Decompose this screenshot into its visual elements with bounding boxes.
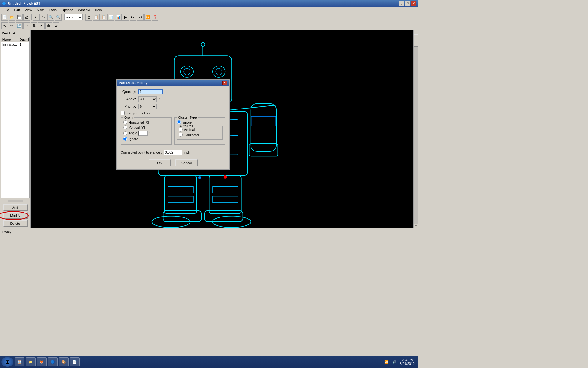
paste-button[interactable]: 📋 — [100, 14, 107, 21]
scroll-up-button[interactable]: ▲ — [414, 30, 418, 34]
rewind-button[interactable]: ⏮ — [137, 14, 144, 21]
grain-title: Grain — [123, 116, 134, 119]
menu-view[interactable]: View — [22, 7, 35, 12]
maximize-button[interactable]: □ — [405, 1, 410, 6]
window-title: Untitled - FlowNEST — [8, 2, 40, 5]
minimize-button[interactable]: _ — [399, 1, 404, 6]
cluster-title: Cluster Type — [177, 116, 198, 119]
cluster-ignore-radio[interactable] — [177, 120, 181, 124]
grain-vertical-label: Vertical [Y] — [129, 126, 145, 129]
part-qty: 1 — [18, 42, 30, 47]
save-button[interactable]: 💾 — [16, 14, 23, 21]
select-button[interactable]: ↖ — [1, 22, 8, 29]
dialog-titlebar: Part Data - Modify ✕ — [117, 80, 229, 86]
sections-row: Grain Horizontal [X] Vertical [Y] Angle — [121, 117, 225, 147]
menu-options[interactable]: Options — [59, 7, 76, 12]
part-list-scroll[interactable]: Name Quantity Instructa... 1 — [1, 37, 30, 198]
add-button[interactable]: Add — [3, 204, 28, 211]
unit-dropdown[interactable]: inch mm — [64, 14, 83, 20]
grain-horizontal-row: Horizontal [X] — [123, 120, 169, 124]
print-button[interactable]: 🖨 — [23, 14, 30, 21]
part-data-dialog: Part Data - Modify ✕ Quantity: Angle: 30… — [116, 79, 230, 170]
right-scrollbar[interactable]: ▲ ▼ — [413, 30, 418, 228]
tolerance-label: Connected point tolerance : — [121, 151, 162, 154]
titlebar: 🔷 Untitled - FlowNEST _ □ ✕ — [0, 0, 418, 7]
quantity-input[interactable] — [138, 89, 163, 94]
statusbar: Ready — [0, 228, 418, 236]
draw-button[interactable]: ✏ — [9, 22, 15, 29]
zoom-in-button[interactable]: 🔍 — [47, 14, 54, 21]
mirror-button[interactable]: ⇅ — [31, 22, 37, 29]
auto-pair-title: Auto Pair — [179, 124, 194, 128]
help-icon-button[interactable]: ❓ — [152, 14, 158, 21]
menu-nest[interactable]: Nest — [34, 7, 46, 12]
cut-button[interactable]: ✂ — [38, 22, 45, 29]
angle-select[interactable]: 30 45 90 — [138, 96, 157, 102]
quantity-label: Quantity: — [121, 90, 136, 94]
undo-button[interactable]: ↩ — [33, 14, 40, 21]
menu-window[interactable]: Window — [76, 7, 92, 12]
separator1 — [31, 14, 32, 20]
svg-point-28 — [201, 43, 205, 47]
tolerance-input[interactable] — [164, 150, 182, 155]
use-filler-checkbox[interactable] — [121, 111, 125, 115]
svg-point-30 — [198, 176, 201, 179]
bar2-button[interactable]: 📊 — [115, 14, 122, 21]
ok-button[interactable]: OK — [149, 159, 171, 166]
menu-file[interactable]: File — [1, 7, 12, 12]
svg-rect-19 — [209, 175, 241, 214]
canvas-area[interactable]: Part Data - Modify ✕ Quantity: Angle: 30… — [31, 30, 413, 228]
open-button[interactable]: 📂 — [9, 14, 15, 21]
grain-angle-input[interactable] — [138, 131, 148, 136]
forward-button[interactable]: ⏭ — [130, 14, 136, 21]
modify-button[interactable]: Modify — [3, 212, 28, 219]
bar1-button[interactable]: 📊 — [107, 14, 114, 21]
scroll-down-button[interactable]: ▼ — [414, 224, 418, 228]
menu-tools[interactable]: Tools — [46, 7, 59, 12]
priority-row: Priority: 5 1 2 3 4 — [121, 104, 225, 109]
grain-vertical-radio[interactable] — [123, 125, 127, 129]
delete-toolbar-button[interactable]: 🗑 — [45, 22, 52, 29]
flip-button[interactable]: ↔ — [23, 22, 30, 29]
play-button[interactable]: ▶ — [122, 14, 129, 21]
part-list-buttons: Add Modify Delete — [0, 203, 30, 228]
auto-pair-vertical-radio[interactable] — [179, 128, 183, 132]
menu-edit[interactable]: Edit — [12, 7, 22, 12]
zoom-out-button[interactable]: 🔍 — [55, 14, 62, 21]
cluster-ignore-row: Ignore — [177, 120, 223, 124]
priority-select[interactable]: 5 1 2 3 4 — [138, 104, 157, 109]
copy-button[interactable]: 📋 — [93, 14, 100, 21]
table-row[interactable]: Instructa... 1 — [1, 42, 30, 47]
dialog-close-button[interactable]: ✕ — [222, 81, 227, 85]
part-name: Instructa... — [1, 42, 18, 47]
titlebar-left: 🔷 Untitled - FlowNEST — [2, 2, 40, 6]
grain-angle-radio[interactable] — [123, 131, 127, 135]
settings-button[interactable]: ⚙ — [53, 22, 59, 29]
new-button[interactable]: 📄 — [1, 14, 8, 21]
delete-button[interactable]: Delete — [3, 220, 28, 227]
app-icon: 🔷 — [2, 2, 6, 6]
dialog-content: Quantity: Angle: 30 45 90 ° Priority: — [117, 86, 229, 169]
svg-rect-15 — [251, 104, 276, 151]
auto-pair-horizontal-row: Horizontal — [179, 133, 221, 137]
titlebar-controls: _ □ ✕ — [399, 1, 417, 6]
step-button[interactable]: ⏩ — [144, 14, 151, 21]
tolerance-row: Connected point tolerance : inch — [121, 150, 225, 155]
rotate-button[interactable]: 🔄 — [16, 22, 23, 29]
svg-rect-26 — [213, 196, 238, 203]
menu-help[interactable]: Help — [92, 7, 104, 12]
redo-button[interactable]: ↪ — [40, 14, 47, 21]
degree-symbol: ° — [159, 98, 160, 101]
col-name: Name — [1, 37, 18, 42]
auto-pair-horizontal-radio[interactable] — [179, 133, 183, 137]
grain-horizontal-radio[interactable] — [123, 120, 127, 124]
grain-ignore-radio[interactable] — [123, 137, 127, 141]
scroll-thumb[interactable] — [414, 34, 418, 47]
grain-ignore-row: Ignore — [123, 137, 169, 141]
left-panel: Part List Name Quantity Instructa... 1 — [0, 30, 31, 228]
dialog-title: Part Data - Modify — [119, 81, 148, 85]
close-button[interactable]: ✕ — [411, 1, 417, 6]
print2-button[interactable]: 🖨 — [85, 14, 92, 21]
toolbar: 📄 📂 💾 🖨 ↩ ↪ 🔍 🔍 inch mm 🖨 📋 📋 📊 📊 ▶ ⏭ ⏮ … — [0, 13, 418, 21]
cancel-button[interactable]: Cancel — [175, 159, 198, 166]
